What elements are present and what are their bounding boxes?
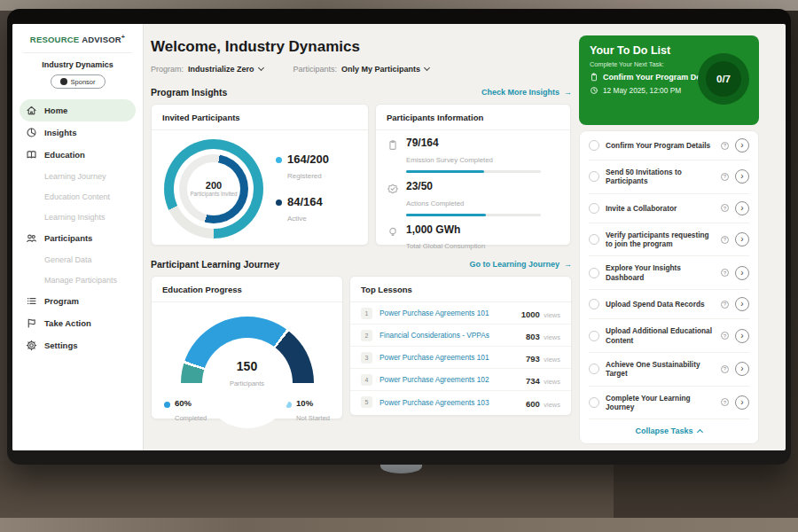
chevron-up-icon [697, 429, 703, 435]
task-row[interactable]: Upload Additional Educational Content ? … [589, 319, 749, 353]
sidebar-item-program[interactable]: Program [20, 290, 136, 312]
chevron-right-icon: › [740, 299, 743, 309]
arrow-right-icon: → [564, 88, 572, 97]
lesson-link[interactable]: Power Purchase Agreements 101 [379, 309, 514, 317]
task-row[interactable]: Complete Your Learning Journey ? › [589, 387, 749, 420]
task-row[interactable]: Invite a Collaborator ? › [589, 194, 749, 223]
task-row[interactable]: Achieve One Sustainability Target ? › [589, 353, 749, 387]
task-chevron-button[interactable]: › [735, 266, 749, 280]
participants-dropdown[interactable]: Participants: Only My Participants [293, 65, 430, 74]
stat-consumption: 1,000 GWh Total Global Consumption [387, 224, 558, 253]
todo-counter: 0/7 [706, 61, 741, 97]
participants-label: Participants: [293, 65, 338, 74]
home-icon [26, 105, 37, 116]
help-icon[interactable]: ? [721, 365, 729, 373]
check-more-insights-link[interactable]: Check More Insights → [481, 88, 572, 97]
task-checkbox[interactable] [589, 268, 599, 278]
go-to-learning-journey-link[interactable]: Go to Learning Journey → [469, 260, 572, 269]
task-label: Achieve One Sustainability Target [606, 360, 715, 379]
task-checkbox[interactable] [589, 331, 599, 341]
lesson-row: 1 Power Purchase Agreements 101 1000 vie… [350, 302, 571, 325]
task-checkbox[interactable] [589, 140, 599, 151]
stat-label: Total Global Consumption [406, 242, 485, 250]
help-icon[interactable]: ? [721, 204, 729, 212]
legend-value: 84/164 [287, 196, 323, 208]
lesson-link[interactable]: Financial Considerations - VPPAs [379, 331, 519, 340]
donut-legend: 164/200 Registered 84/164 Active [276, 153, 329, 225]
task-chevron-button[interactable]: › [735, 169, 749, 184]
filters-row: Program: Industrialize Zero Participants… [151, 65, 572, 74]
sidebar-nav: Home Insights Education Learning Journey… [12, 99, 143, 356]
chevron-right-icon: › [740, 171, 743, 181]
task-chevron-button[interactable]: › [735, 232, 749, 246]
lesson-rank: 4 [361, 374, 372, 386]
sidebar-item-learning-insights[interactable]: Learning Insights [12, 207, 143, 227]
task-checkbox[interactable] [589, 397, 599, 408]
task-chevron-button[interactable]: › [735, 297, 749, 311]
logo-advisor: ADVISOR+ [82, 35, 125, 44]
org-name: Industry Dynamics [12, 60, 143, 69]
card-title: Education Progress [152, 277, 342, 302]
help-icon[interactable]: ? [721, 301, 729, 309]
task-checkbox[interactable] [589, 234, 599, 245]
sidebar-item-education[interactable]: Education [20, 144, 136, 166]
collapse-tasks-link[interactable]: Collapse Tasks [589, 419, 749, 443]
task-row[interactable]: Upload Spend Data Records ? › [589, 290, 749, 319]
task-chevron-button[interactable]: › [735, 329, 749, 343]
sidebar-item-label: Program [44, 296, 79, 306]
progress-track [406, 214, 541, 216]
help-icon[interactable]: ? [721, 173, 729, 181]
task-checkbox[interactable] [589, 364, 599, 374]
task-checkbox[interactable] [589, 299, 599, 309]
gauge-center-value: 150 [181, 359, 314, 373]
lesson-link[interactable]: Power Purchase Agreements 103 [379, 398, 519, 407]
task-label: Verify participants requesting to join t… [606, 231, 715, 249]
task-row[interactable]: Send 50 Invitations to Participants ? › [589, 160, 749, 194]
lesson-link[interactable]: Power Purchase Agreements 101 [379, 353, 519, 362]
views-count: 1000 [521, 309, 540, 319]
views-count: 793 [526, 354, 540, 364]
lesson-rank: 5 [361, 396, 372, 408]
lesson-rank: 2 [361, 330, 372, 341]
sidebar-item-education-content[interactable]: Education Content [12, 186, 143, 207]
sidebar-item-learning-journey[interactable]: Learning Journey [12, 166, 143, 186]
help-icon[interactable]: ? [721, 142, 729, 150]
sidebar-item-take-action[interactable]: Take Action [20, 312, 136, 334]
help-icon[interactable]: ? [721, 269, 729, 277]
help-icon[interactable]: ? [721, 332, 729, 340]
sidebar-item-general-data[interactable]: General Data [12, 249, 143, 270]
stat-actions-completed: 23/50 Actions Completed [387, 181, 558, 216]
sidebar-item-settings[interactable]: Settings [20, 334, 136, 356]
legend-active: 84/164 Active [276, 196, 329, 224]
section-title: Program Insights [151, 87, 227, 98]
sidebar-item-home[interactable]: Home [20, 99, 136, 121]
participants-value: Only My Participants [341, 65, 420, 74]
task-chevron-button[interactable]: › [735, 138, 749, 153]
chevron-down-icon [424, 65, 430, 71]
sidebar-item-manage-participants[interactable]: Manage Participants [12, 270, 143, 290]
help-icon[interactable]: ? [721, 236, 729, 244]
task-chevron-button[interactable]: › [735, 201, 749, 215]
program-dropdown[interactable]: Program: Industrialize Zero [151, 65, 263, 74]
gear-icon [26, 340, 37, 351]
task-checkbox[interactable] [589, 203, 599, 214]
views-suffix: views [544, 356, 560, 364]
invited-participants-card: Invited Participants 200 Participants In… [151, 104, 369, 246]
chevron-right-icon: › [740, 140, 743, 150]
stat-label: Emission Survey Completed [406, 156, 493, 164]
views-count: 734 [526, 376, 540, 386]
task-chevron-button[interactable]: › [735, 395, 749, 410]
task-row[interactable]: Confirm Your Program Details ? › [589, 131, 749, 160]
sidebar-item-participants[interactable]: Participants [20, 227, 136, 249]
task-row[interactable]: Explore Your Insights Dashboard ? › [589, 256, 749, 290]
task-checkbox[interactable] [589, 171, 599, 182]
task-chevron-button[interactable]: › [735, 362, 749, 376]
task-row[interactable]: Verify participants requesting to join t… [589, 223, 749, 257]
sidebar-item-insights[interactable]: Insights [20, 121, 136, 144]
lesson-link[interactable]: Power Purchase Agreements 102 [379, 375, 519, 384]
help-icon[interactable]: ? [721, 398, 729, 406]
sponsor-badge[interactable]: Sponsor [51, 74, 106, 89]
task-label: Confirm Your Program Details [606, 141, 715, 150]
legend-registered: 164/200 Registered [276, 153, 329, 182]
completed-dot-icon [164, 402, 170, 408]
